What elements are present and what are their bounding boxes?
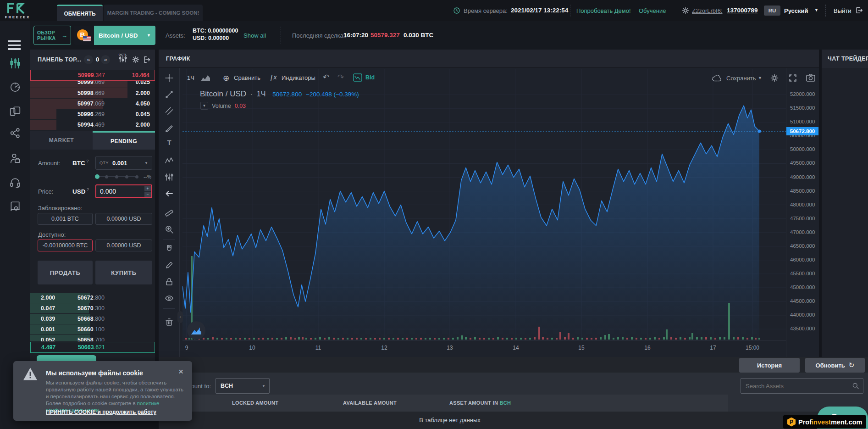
fx-indicators-icon[interactable]: ƒx: [270, 73, 277, 81]
logout-link[interactable]: Выйти: [834, 7, 851, 14]
sidebar-item-faq-book[interactable]: ?: [9, 201, 21, 212]
slider-dot[interactable]: [115, 175, 118, 178]
bid-line-icon[interactable]: [353, 73, 362, 82]
chart-settings-gear-icon[interactable]: [770, 73, 779, 83]
slider-handle[interactable]: [95, 174, 100, 179]
search-icon[interactable]: [852, 382, 863, 390]
account-number-link[interactable]: 137000789: [727, 7, 758, 14]
magnet-icon[interactable]: [159, 244, 180, 253]
redo-icon[interactable]: ↷: [337, 72, 344, 82]
slider-dot[interactable]: [125, 175, 128, 178]
pager-next-button[interactable]: »: [101, 55, 110, 64]
orderbook-bid-row[interactable]: 4.497 50663.621: [30, 342, 155, 353]
bid-toggle-label[interactable]: Bid: [365, 74, 375, 81]
sidebar-item-account[interactable]: [9, 152, 21, 164]
orderbook-bid-row[interactable]: 0.039 50668.800: [30, 314, 155, 324]
sidebar-item-share-network[interactable]: [9, 127, 21, 139]
undo-icon[interactable]: ↶: [323, 72, 329, 82]
close-icon[interactable]: ×: [178, 367, 183, 377]
orderbook-ask-row[interactable]: 50994.469 2.000: [30, 120, 155, 130]
sidebar-item-trading-panel[interactable]: [9, 57, 21, 69]
compare-button[interactable]: Сравнить: [234, 74, 260, 81]
history-button[interactable]: История: [739, 358, 800, 373]
price-input[interactable]: 0.000: [100, 188, 116, 195]
refresh-button[interactable]: Обновить ↻: [805, 358, 865, 373]
orderbook-ask-row[interactable]: 50998.669 2.000: [30, 88, 155, 98]
education-link[interactable]: Обучение: [639, 7, 666, 14]
save-button[interactable]: Сохранить: [726, 75, 756, 82]
sidebar-item-support-headset[interactable]: [9, 177, 21, 189]
price-increment-button[interactable]: +: [144, 186, 151, 191]
pager-prev-button[interactable]: «: [84, 55, 93, 64]
orderbook-bid-row[interactable]: 0.052 50658.700: [30, 335, 155, 341]
trash-icon[interactable]: [159, 318, 180, 327]
ruler-icon[interactable]: [159, 208, 180, 217]
language-code-badge[interactable]: RU: [764, 6, 780, 16]
panel-settings-gear-icon[interactable]: [132, 56, 140, 64]
fullscreen-icon[interactable]: [788, 73, 797, 83]
arrow-left-icon[interactable]: [159, 189, 180, 198]
market-overview-button[interactable]: ОБЗОР РЫНКА →: [33, 26, 71, 45]
hamburger-menu-icon[interactable]: [8, 40, 21, 50]
brush-icon[interactable]: [159, 123, 180, 132]
market-overview-line1: ОБЗОР: [37, 30, 55, 35]
account-id-link[interactable]: Z2zorLrbI6:: [692, 7, 722, 14]
orderbook-ask-row[interactable]: 50999.069 0.025: [30, 81, 155, 88]
slider-dot[interactable]: [135, 175, 138, 178]
settings-gear-icon[interactable]: [681, 6, 690, 15]
last-deal-amount: 0.030 BTC: [404, 32, 433, 39]
price-axis[interactable]: 52000.00051500.00051000.00050500.0005000…: [786, 68, 819, 357]
sidebar-item-dashboard-gauge[interactable]: [9, 81, 21, 93]
orderbook-ask-row[interactable]: 50997.069 4.050: [30, 99, 155, 109]
sidebar-item-devices[interactable]: [9, 106, 21, 117]
orderbook-ask-row[interactable]: 50999.347 10.464: [30, 70, 155, 81]
chevron-down-icon[interactable]: ▼: [814, 8, 818, 12]
language-selector[interactable]: Русский: [784, 7, 808, 14]
quantity-select[interactable]: QTY 0.001 ▼: [95, 156, 152, 170]
crosshair-icon[interactable]: [159, 73, 180, 83]
text-tool-icon[interactable]: T: [159, 139, 180, 146]
compare-plus-icon[interactable]: ⊕: [223, 73, 229, 83]
orderbook-bid-row[interactable]: 0.001 50660.100: [30, 324, 155, 334]
panel-detach-icon[interactable]: [143, 56, 151, 64]
convert-currency-select[interactable]: BCH ▼: [216, 378, 270, 394]
tab-pending[interactable]: PENDING: [93, 131, 155, 150]
eye-icon[interactable]: [159, 294, 180, 303]
logout-exit-icon[interactable]: [855, 6, 863, 15]
cloud-save-icon[interactable]: [712, 74, 724, 82]
sell-button[interactable]: ПРОДАТЬ: [38, 261, 93, 284]
xabcd-pattern-icon[interactable]: [159, 156, 180, 165]
orderbook-ask-row[interactable]: 50996.269 0.045: [30, 109, 155, 119]
tab-market[interactable]: MARKET: [30, 131, 93, 150]
trend-line-icon[interactable]: [159, 90, 180, 99]
zoom-in-icon[interactable]: [159, 225, 180, 234]
orderbook-bid-row[interactable]: 0.047 50670.300: [30, 303, 155, 313]
free2ex-logo-icon[interactable]: [6, 2, 26, 14]
toolbar-collapse-handle[interactable]: ‹: [177, 311, 183, 323]
price-decrement-button[interactable]: −: [144, 192, 151, 197]
buy-button[interactable]: КУПИТЬ: [95, 261, 152, 284]
partially-hidden-action-button[interactable]: [37, 355, 96, 362]
indicators-button[interactable]: Индикаторы: [282, 74, 315, 81]
slider-dot[interactable]: [105, 175, 108, 178]
pencil-edit-icon[interactable]: [159, 261, 180, 270]
pair-selector[interactable]: B Bitcoin / USD ▼: [74, 26, 155, 45]
accept-cookie-link[interactable]: ПРИНЯТЬ COOKIE и продолжить работу: [46, 409, 156, 415]
interval-button[interactable]: 1Ч: [187, 74, 194, 81]
show-all-link[interactable]: Show all: [243, 32, 266, 39]
tab-exchange[interactable]: ОБМЕНЯТЬ: [57, 5, 103, 21]
orderbook-bid-row[interactable]: 2.000 50672.800: [30, 293, 155, 303]
octl-sliders-icon[interactable]: OCTL: [118, 53, 127, 62]
symbol-name[interactable]: Bitcoin / USD: [200, 89, 246, 99]
volume-collapse-icon[interactable]: ▼: [200, 102, 208, 110]
parallel-channels-icon[interactable]: [159, 106, 180, 116]
time-axis[interactable]: 9101112131415161715:00: [182, 340, 786, 357]
chart-type-icon[interactable]: [200, 73, 211, 82]
lock-icon[interactable]: [159, 277, 180, 286]
forecast-sliders-icon[interactable]: [159, 173, 180, 182]
search-assets-input[interactable]: [741, 383, 852, 390]
try-demo-link[interactable]: Попробовать Демо!: [576, 7, 631, 14]
camera-snapshot-icon[interactable]: [806, 73, 816, 82]
save-chevron-icon[interactable]: ▼: [758, 76, 762, 80]
price-chart[interactable]: [182, 69, 786, 340]
